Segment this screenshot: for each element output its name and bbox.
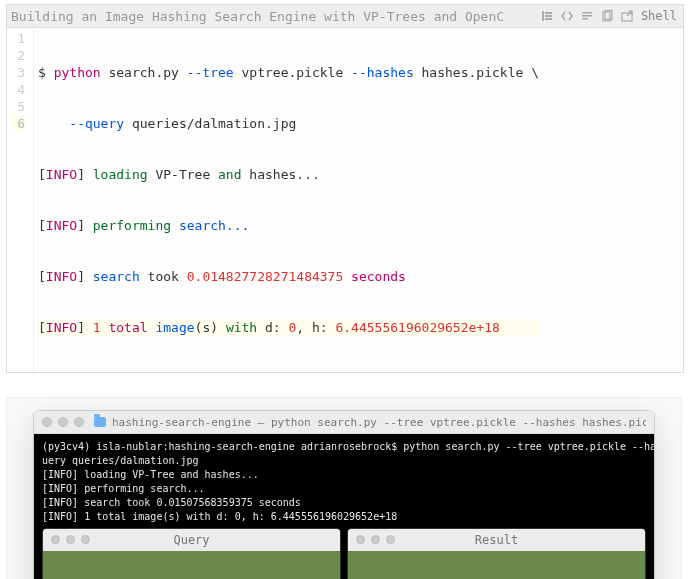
close-dot-icon — [356, 535, 365, 544]
zoom-dot-icon — [386, 535, 395, 544]
line-number: 3 — [11, 64, 25, 81]
minimize-dot-icon — [66, 535, 75, 544]
terminal-line: [INFO] performing search... — [42, 482, 646, 496]
terminal-title: hashing-search-engine — python search.py… — [112, 416, 646, 429]
code-line: [INFO] performing search... — [38, 217, 539, 234]
minimize-dot-icon[interactable] — [58, 417, 68, 427]
zoom-dot-icon — [81, 535, 90, 544]
svg-rect-3 — [545, 18, 552, 20]
wrap-lines-icon[interactable] — [579, 8, 595, 24]
code-line: --query queries/dalmation.jpg — [38, 115, 539, 132]
code-block-header: Building an Image Hashing Search Engine … — [7, 5, 683, 28]
code-line: $ python search.py --tree vptree.pickle … — [38, 64, 539, 81]
open-new-window-icon[interactable] — [619, 8, 635, 24]
code-lines[interactable]: $ python search.py --tree vptree.pickle … — [34, 28, 543, 372]
query-image — [43, 551, 340, 579]
line-number: 5 — [11, 98, 25, 115]
terminal-screenshot: hashing-search-engine — python search.py… — [6, 397, 682, 579]
code-body: 1 2 3 4 5 6 $ python search.py --tree vp… — [7, 28, 683, 372]
zoom-dot-icon[interactable] — [74, 417, 84, 427]
result-pane-title: Result — [475, 533, 518, 547]
svg-rect-1 — [545, 12, 552, 14]
code-line: [INFO] 1 total image(s) with d: 0, h: 6.… — [38, 319, 539, 336]
code-block-toolbar: Shell — [533, 8, 683, 24]
query-pane-titlebar: Query — [43, 529, 340, 551]
line-number: 6 — [11, 115, 25, 132]
close-dot-icon[interactable] — [42, 417, 52, 427]
result-pane-titlebar: Result — [348, 529, 645, 551]
svg-rect-2 — [545, 15, 552, 17]
terminal-line: [INFO] search took 0.01507568359375 seco… — [42, 496, 646, 510]
svg-rect-4 — [582, 12, 592, 14]
svg-rect-28 — [348, 551, 645, 579]
copy-code-icon[interactable] — [599, 8, 615, 24]
terminal-line: (py3cv4) isla-nublar:hashing-search-engi… — [42, 440, 646, 454]
line-number: 4 — [11, 81, 25, 98]
code-block: Building an Image Hashing Search Engine … — [6, 4, 684, 373]
result-image — [348, 551, 645, 579]
line-number: 1 — [11, 30, 25, 47]
query-pane: Query — [42, 528, 341, 579]
result-pane: Result — [347, 528, 646, 579]
code-line: [INFO] search took 0.014827728271484375 … — [38, 268, 539, 285]
close-dot-icon — [51, 535, 60, 544]
terminal-window: hashing-search-engine — python search.py… — [33, 410, 655, 579]
toggle-line-numbers-icon[interactable] — [539, 8, 555, 24]
svg-rect-10 — [43, 551, 340, 579]
code-line: [INFO] loading VP-Tree and hashes... — [38, 166, 539, 183]
code-gutter: 1 2 3 4 5 6 — [7, 28, 34, 372]
svg-rect-0 — [542, 11, 544, 21]
svg-rect-5 — [582, 15, 592, 17]
code-block-title: Building an Image Hashing Search Engine … — [7, 9, 533, 24]
code-view-icon[interactable] — [559, 8, 575, 24]
folder-icon — [94, 417, 106, 427]
terminal-body: (py3cv4) isla-nublar:hashing-search-engi… — [34, 434, 654, 579]
minimize-dot-icon — [371, 535, 380, 544]
terminal-line: [INFO] loading VP-Tree and hashes... — [42, 468, 646, 482]
line-number: 2 — [11, 47, 25, 64]
terminal-titlebar: hashing-search-engine — python search.py… — [34, 411, 654, 434]
traffic-lights — [42, 417, 84, 427]
terminal-line: uery queries/dalmation.jpg — [42, 454, 646, 468]
image-panes: Query — [42, 528, 646, 579]
code-language-label: Shell — [641, 9, 677, 23]
terminal-line: [INFO] 1 total image(s) with d: 0, h: 6.… — [42, 510, 646, 524]
svg-rect-6 — [582, 18, 588, 20]
svg-rect-9 — [622, 13, 632, 21]
query-pane-title: Query — [173, 533, 209, 547]
